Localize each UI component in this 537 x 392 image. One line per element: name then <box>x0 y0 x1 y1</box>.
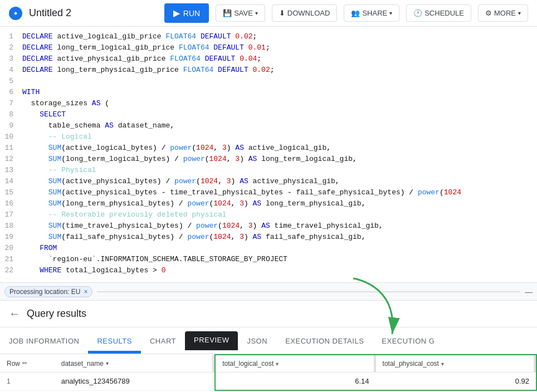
editor-line-1: 1 DECLARE active_logical_gib_price FLOAT… <box>0 31 537 42</box>
run-button[interactable]: ▶ RUN <box>164 3 209 23</box>
save-button[interactable]: 💾 SAVE ▾ <box>216 4 265 22</box>
editor-line-20: 20 FROM <box>0 243 537 254</box>
cell-dataset-name: analytics_123456789 <box>55 373 215 391</box>
app-logo <box>9 7 22 20</box>
processing-location-chip[interactable]: Processing location: EU × <box>4 286 92 297</box>
col-header-row: Row ✏ <box>0 355 55 373</box>
col-header-dataset-name: dataset_name ▾ <box>55 355 215 373</box>
editor-line-8: 8 SELECT <box>0 109 537 120</box>
download-label: DOWNLOAD <box>287 9 330 17</box>
col-header-total-physical-cost: total_physical_cost ▾ <box>376 355 536 373</box>
gear-icon: ⚙ <box>485 9 492 17</box>
tab-results[interactable]: RESULTS <box>88 330 141 354</box>
col-resize-handle-dataset[interactable] <box>212 355 214 372</box>
cell-row-num: 1 <box>0 373 55 391</box>
editor-line-18: 18 SUM(time_travel_physical_bytes) / pow… <box>0 220 537 232</box>
editor-line-4: 4 DECLARE long_term_physical_gib_price F… <box>0 65 537 76</box>
play-icon: ▶ <box>173 8 180 18</box>
tab-execution-g[interactable]: EXECUTION G <box>373 330 443 354</box>
more-chevron-icon: ▾ <box>518 10 521 16</box>
tab-preview[interactable]: PREVIEW <box>185 331 238 350</box>
chip-close-icon[interactable]: × <box>84 288 87 296</box>
tabs-bar: JOB INFORMATION RESULTS CHART PREVIEW JS… <box>0 327 537 354</box>
tab-json[interactable]: JSON <box>238 330 276 354</box>
edit-icon: ✏ <box>22 360 27 367</box>
save-icon: 💾 <box>223 9 232 17</box>
processing-bar: Processing location: EU × — <box>0 283 537 301</box>
editor-line-10: 10 -- Logical <box>0 131 537 143</box>
more-button[interactable]: ⚙ MORE ▾ <box>478 4 528 22</box>
processing-location-text: Processing location: EU <box>9 288 80 296</box>
editor-line-21: 21 `region-eu`.INFORMATION_SCHEMA.TABLE_… <box>0 254 537 265</box>
code-editor[interactable]: 1 DECLARE active_logical_gib_price FLOAT… <box>0 27 537 283</box>
editor-line-7: 7 storage_sizes AS ( <box>0 98 537 109</box>
dataset-name-col-label: dataset_name <box>61 360 104 367</box>
cell-total-physical-cost: 0.92 <box>376 373 536 391</box>
results-table: Row ✏ dataset_name ▾ <box>0 354 537 391</box>
save-label: SAVE <box>234 9 253 17</box>
editor-line-12: 12 SUM(long_term_logical_bytes) / power(… <box>0 154 537 165</box>
toolbar: Untitled 2 ▶ RUN 💾 SAVE ▾ ⬇ DOWNLOAD 👥 S… <box>0 0 537 27</box>
editor-line-16: 16 SUM(long_term_physical_bytes) / power… <box>0 198 537 209</box>
share-icon: 👥 <box>351 9 360 17</box>
table-row: 1 analytics_123456789 6.14 0.92 <box>0 373 536 391</box>
schedule-label: SCHEDULE <box>424 9 464 17</box>
collapse-icon[interactable]: — <box>525 287 533 296</box>
editor-line-22: 22 WHERE total_logical_bytes > 0 <box>0 265 537 276</box>
back-button[interactable]: ← <box>9 307 20 320</box>
editor-line-14: 14 SUM(active_physical_bytes) / power(10… <box>0 176 537 187</box>
schedule-button[interactable]: 🕐 SCHEDULE <box>406 4 471 22</box>
editor-line-3: 3 DECLARE active_physical_gib_price FLOA… <box>0 53 537 65</box>
download-button[interactable]: ⬇ DOWNLOAD <box>272 4 338 22</box>
row-label: Row <box>7 360 20 367</box>
more-label: MORE <box>494 9 516 17</box>
schedule-icon: 🕐 <box>413 9 422 17</box>
sort-icon-logical[interactable]: ▾ <box>276 361 279 367</box>
processing-bar-divider <box>97 291 520 292</box>
tab-execution-details[interactable]: EXECUTION DETAILS <box>276 330 373 354</box>
save-chevron-icon: ▾ <box>255 10 258 16</box>
total-logical-cost-col-label: total_logical_cost <box>222 360 274 367</box>
download-icon: ⬇ <box>279 9 285 17</box>
sort-icon-dataset[interactable]: ▾ <box>106 360 109 366</box>
editor-line-17: 17 -- Restorable previously deleted phys… <box>0 209 537 220</box>
results-title: Query results <box>27 308 86 320</box>
editor-line-6: 6 WITH <box>0 87 537 98</box>
results-table-container: Row ✏ dataset_name ▾ <box>0 354 537 391</box>
share-chevron-icon: ▾ <box>389 10 392 16</box>
editor-line-15: 15 SUM(active_physical_bytes - time_trav… <box>0 187 537 198</box>
results-header: ← Query results <box>0 301 537 327</box>
editor-line-2: 2 DECLARE long_term_logical_gib_price FL… <box>0 42 537 53</box>
sort-icon-physical[interactable]: ▾ <box>441 361 444 367</box>
share-button[interactable]: 👥 SHARE ▾ <box>344 4 399 22</box>
run-label: RUN <box>183 9 200 18</box>
editor-line-11: 11 SUM(active_logical_bytes) / power(102… <box>0 143 537 154</box>
editor-line-13: 13 -- Physical <box>0 165 537 176</box>
editor-line-9: 9 table_schema AS dataset_name, <box>0 120 537 131</box>
col-resize-handle-physical[interactable] <box>534 355 536 372</box>
editor-line-19: 19 SUM(fail_safe_physical_bytes) / power… <box>0 232 537 243</box>
results-section: ← Query results JOB INFORMATION RESULTS … <box>0 301 537 391</box>
editor-line-5: 5 <box>0 76 537 87</box>
page-title: Untitled 2 <box>29 7 71 19</box>
tab-chart[interactable]: CHART <box>141 330 185 354</box>
table-header-row: Row ✏ dataset_name ▾ <box>0 355 536 373</box>
cell-total-logical-cost: 6.14 <box>215 373 375 391</box>
editor-lines: 1 DECLARE active_logical_gib_price FLOAT… <box>0 31 537 276</box>
total-physical-cost-col-label: total_physical_cost <box>383 360 439 367</box>
share-label: SHARE <box>362 9 387 17</box>
col-header-total-logical-cost: total_logical_cost ▾ <box>215 355 375 373</box>
tab-job-information[interactable]: JOB INFORMATION <box>0 330 88 354</box>
